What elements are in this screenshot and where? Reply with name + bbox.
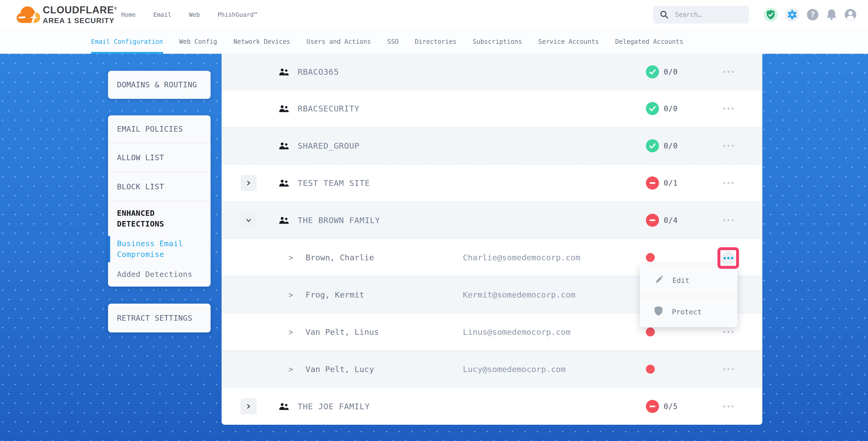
- subnav-item-delegated-accounts[interactable]: Delegated Accounts: [615, 29, 683, 54]
- row-actions-ellipsis-icon[interactable]: [721, 251, 735, 265]
- member-expand-chevron-icon[interactable]: >: [288, 253, 293, 262]
- sidebar-card-3: RETRACT SETTINGS: [108, 304, 211, 333]
- status-blocked-icon: [646, 177, 659, 190]
- subnav-item-directories[interactable]: Directories: [415, 29, 457, 54]
- expand-chevron-right-icon[interactable]: [241, 175, 257, 191]
- search-input[interactable]: [675, 11, 739, 19]
- member-email: Lucy@somedemocorp.com: [463, 365, 566, 374]
- row-actions-ellipsis-icon[interactable]: [723, 219, 734, 221]
- protected-count: 0/0: [664, 141, 678, 150]
- topnav-item-phishguard[interactable]: PhishGuard™: [217, 11, 257, 18]
- member-name: Frog, Kermit: [306, 290, 364, 300]
- sidebar-item-block-list[interactable]: BLOCK LIST: [108, 172, 211, 201]
- groups-table-panel: RBACO3650/0RBACSECURITY0/0SHARED_GROUP0/…: [222, 54, 762, 425]
- member-email: Linus@somedemocorp.com: [463, 327, 570, 337]
- status-protected-icon: [646, 102, 659, 115]
- topnav-item-web[interactable]: Web: [189, 11, 200, 18]
- member-expand-chevron-icon[interactable]: >: [288, 290, 293, 300]
- shield-check-icon[interactable]: [764, 8, 778, 22]
- status-protected-icon: [646, 139, 659, 152]
- protected-count: 0/1: [664, 179, 678, 187]
- search-box[interactable]: [653, 6, 749, 24]
- sidebar-item-domains-routing[interactable]: DOMAINS & ROUTING: [108, 71, 211, 99]
- sidebar-item-added-detections[interactable]: Added Detections: [108, 262, 211, 287]
- group-users-icon: [279, 68, 289, 76]
- sidebar-card-1: DOMAINS & ROUTING: [108, 71, 211, 99]
- group-name: TEST TEAM SITE: [298, 178, 370, 188]
- status-protected-icon: [646, 65, 659, 78]
- top-nav: HomeEmailWebPhishGuard™: [121, 0, 257, 29]
- menu-item-edit[interactable]: Edit: [640, 265, 737, 296]
- sidebar-item-label: Business Email Compromise: [117, 238, 203, 260]
- row-actions-ellipsis-icon[interactable]: [723, 71, 734, 73]
- shield-icon: [654, 306, 663, 317]
- help-icon[interactable]: ?: [807, 9, 819, 21]
- subnav-item-web-config[interactable]: Web Config: [179, 29, 217, 54]
- row-actions-ellipsis-icon[interactable]: [723, 145, 734, 147]
- group-name: RBACO365: [298, 67, 339, 76]
- group-name: RBACSECURITY: [298, 104, 360, 113]
- member-name: Brown, Charlie: [306, 253, 374, 262]
- protected-count: 0/4: [664, 216, 678, 225]
- header-icons: ?: [764, 0, 857, 29]
- protected-count: 0/0: [664, 104, 678, 113]
- search-icon: [660, 10, 669, 19]
- table-row-group: THE JOE FAMILY0/5: [222, 387, 762, 425]
- row-actions-ellipsis-icon[interactable]: [723, 368, 734, 370]
- table-row-group: TEST TEAM SITE0/1: [222, 164, 762, 201]
- protected-count: 0/0: [664, 67, 678, 76]
- row-actions-ellipsis-icon[interactable]: [723, 182, 734, 184]
- sidebar-item-allow-list[interactable]: ALLOW LIST: [108, 143, 211, 172]
- context-menu: EditProtect: [640, 265, 737, 327]
- status-blocked-icon: [646, 400, 659, 413]
- group-name: SHARED_GROUP: [298, 141, 360, 151]
- sidebar-item-label: ENHANCED DETECTIONS: [117, 208, 203, 229]
- sidebar-item-label: RETRACT SETTINGS: [117, 313, 192, 323]
- row-actions-ellipsis-icon[interactable]: [723, 107, 734, 109]
- row-actions-ellipsis-icon[interactable]: [723, 331, 734, 333]
- table-row-group: THE BROWN FAMILY0/4: [222, 201, 762, 239]
- brand-trademark: ®: [114, 6, 117, 10]
- row-actions-ellipsis-icon[interactable]: [723, 405, 734, 407]
- sidebar-item-retract-settings[interactable]: RETRACT SETTINGS: [108, 304, 211, 333]
- status-dot-icon: [646, 327, 655, 336]
- member-name: Van Pelt, Linus: [306, 327, 379, 337]
- subnav-item-users-and-actions[interactable]: Users and Actions: [307, 29, 371, 54]
- expand-chevron-right-icon[interactable]: [241, 398, 257, 414]
- sidebar-item-email-policies[interactable]: EMAIL POLICIES: [108, 115, 211, 143]
- topnav-item-home[interactable]: Home: [121, 11, 135, 18]
- subnav-item-service-accounts[interactable]: Service Accounts: [538, 29, 599, 54]
- sidebar-item-label: DOMAINS & ROUTING: [117, 80, 197, 90]
- group-users-icon: [279, 141, 289, 150]
- app-root: CLOUDFLARE® AREA 1 SECURITY HomeEmailWeb…: [0, 0, 868, 441]
- member-email: Kermit@somedemocorp.com: [463, 290, 575, 300]
- table-row-group: RBACO3650/0: [222, 54, 762, 90]
- status-dot-icon: [646, 365, 655, 374]
- sidebar-item-business-email-compromise[interactable]: Business Email Compromise: [108, 236, 211, 262]
- expand-chevron-down-icon[interactable]: [241, 212, 257, 228]
- menu-item-protect[interactable]: Protect: [640, 296, 737, 327]
- sidebar-item-enhanced-detections: ENHANCED DETECTIONS: [108, 201, 211, 236]
- svg-text:?: ?: [810, 10, 815, 19]
- table-row-group: RBACSECURITY0/0: [222, 90, 762, 127]
- cloudflare-logo-icon[interactable]: [16, 3, 41, 27]
- group-name: THE BROWN FAMILY: [298, 216, 380, 225]
- brand-text: CLOUDFLARE® AREA 1 SECURITY: [43, 5, 117, 24]
- protected-count: 0/5: [664, 402, 678, 411]
- notifications-bell-icon[interactable]: [826, 9, 837, 21]
- group-users-icon: [279, 179, 289, 187]
- subnav-item-email-configuration[interactable]: Email Configuration: [91, 29, 163, 54]
- subnav-item-subscriptions[interactable]: Subscriptions: [473, 29, 522, 54]
- settings-gear-icon[interactable]: [785, 8, 799, 22]
- sidebar-item-label: EMAIL POLICIES: [117, 124, 183, 134]
- member-expand-chevron-icon[interactable]: >: [288, 365, 293, 374]
- topnav-item-email[interactable]: Email: [153, 11, 171, 18]
- user-avatar-icon[interactable]: [844, 9, 857, 21]
- sidebar-item-label: Added Detections: [117, 269, 192, 280]
- member-expand-chevron-icon[interactable]: >: [288, 327, 293, 337]
- member-email: Charlie@somedemocorp.com: [463, 253, 580, 262]
- subnav-item-sso[interactable]: SSO: [387, 29, 398, 54]
- group-users-icon: [279, 104, 289, 113]
- subnav-item-network-devices[interactable]: Network Devices: [234, 29, 290, 54]
- secondary-nav: Email ConfigurationWeb ConfigNetwork Dev…: [0, 29, 868, 54]
